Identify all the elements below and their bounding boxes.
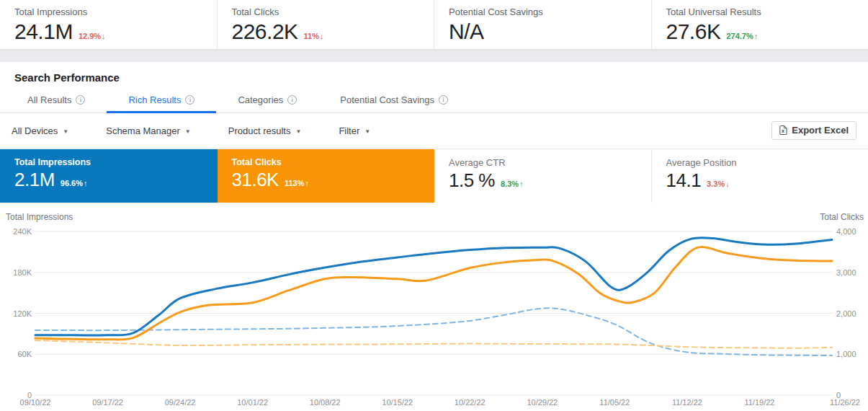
caret-down-icon: ▼: [364, 128, 370, 135]
svg-text:10/15/22: 10/15/22: [382, 398, 413, 407]
kpi-title: Potential Cost Savings: [449, 6, 637, 17]
filter-bar: All Devices▼ Schema Manager▼ Product res…: [0, 113, 868, 149]
down-arrow-icon: ↓: [320, 32, 324, 40]
kpi-card-potential-cost-savings: Potential Cost Savings N/A: [434, 0, 652, 49]
svg-text:11/05/22: 11/05/22: [599, 398, 630, 407]
metric-value: 14.1: [666, 169, 702, 192]
export-excel-button[interactable]: x Export Excel: [771, 121, 856, 140]
svg-text:2,000: 2,000: [836, 309, 856, 318]
svg-text:10/08/22: 10/08/22: [310, 398, 341, 407]
filter-product-results-dropdown[interactable]: Product results▼: [228, 125, 302, 136]
kpi-delta: 274.7%↑: [726, 32, 758, 40]
kpi-value: 24.1M: [14, 19, 73, 44]
tab-label: Rich Results: [128, 94, 181, 105]
svg-text:10/01/22: 10/01/22: [237, 398, 268, 407]
kpi-value: N/A: [449, 19, 484, 44]
kpi-title: Total Clicks: [232, 6, 420, 17]
svg-text:11/12/22: 11/12/22: [672, 398, 702, 407]
kpi-card-total-clicks: Total Clicks 226.2K 11%↓: [218, 0, 435, 49]
up-arrow-icon: ↑: [84, 179, 88, 187]
metric-title: Total Impressions: [14, 157, 202, 167]
svg-text:120K: 120K: [13, 309, 32, 318]
kpi-title: Total Impressions: [14, 6, 202, 17]
svg-text:Total Clicks: Total Clicks: [820, 212, 864, 222]
metric-title: Average Position: [666, 157, 854, 168]
svg-text:3,000: 3,000: [836, 268, 856, 277]
down-arrow-icon: ↓: [102, 32, 106, 40]
metric-delta: 96.6%↑: [61, 179, 88, 187]
page-title: Search Performance: [0, 62, 868, 89]
filter-dropdown[interactable]: Filter▼: [339, 125, 370, 136]
performance-chart: 0060K1,000120K2,000180K3,000240K4,00009/…: [0, 209, 868, 411]
metric-delta: 113%↑: [285, 179, 309, 187]
up-arrow-icon: ↑: [754, 32, 759, 40]
svg-text:11/26/22: 11/26/22: [830, 398, 860, 407]
metric-card-row: Total Impressions 2.1M 96.6%↑ Total Clic…: [0, 149, 868, 203]
tab-all-results[interactable]: All Results i: [6, 89, 107, 112]
tab-label: Categories: [238, 94, 283, 105]
metric-value: 1.5 %: [449, 169, 495, 192]
caret-down-icon: ▼: [185, 128, 191, 135]
down-arrow-icon: ↓: [725, 180, 730, 188]
search-performance-panel: Search Performance All Results i Rich Re…: [0, 62, 868, 411]
kpi-card-total-universal-results: Total Universal Results 27.6K 274.7%↑: [652, 0, 868, 49]
info-icon[interactable]: i: [185, 95, 194, 105]
tab-potential-cost-savings[interactable]: Potential Cost Savings i: [318, 89, 470, 112]
metric-card-average-position[interactable]: Average Position 14.1 3.3%↓: [652, 149, 868, 203]
filter-devices-dropdown[interactable]: All Devices▼: [12, 125, 68, 136]
svg-text:60K: 60K: [17, 350, 32, 358]
kpi-strip: Total Impressions 24.1M 12.9%↓ Total Cli…: [0, 0, 868, 49]
metric-value: 31.6K: [232, 169, 279, 191]
svg-text:Total Impressions: Total Impressions: [6, 212, 73, 222]
svg-text:x: x: [782, 128, 784, 133]
svg-text:10/22/22: 10/22/22: [455, 398, 486, 407]
svg-text:4,000: 4,000: [836, 227, 856, 236]
up-arrow-icon: ↑: [305, 179, 309, 187]
metric-card-total-impressions[interactable]: Total Impressions 2.1M 96.6%↑: [0, 149, 218, 203]
svg-text:09/10/22: 09/10/22: [20, 398, 51, 407]
tab-categories[interactable]: Categories i: [216, 89, 318, 112]
svg-text:09/17/22: 09/17/22: [92, 398, 123, 407]
svg-text:180K: 180K: [13, 268, 32, 277]
metric-delta: 8.3%↑: [501, 180, 524, 188]
tab-bar: All Results i Rich Results i Categories …: [0, 89, 868, 113]
metric-card-total-clicks[interactable]: Total Clicks 31.6K 113%↑: [218, 149, 435, 203]
info-icon[interactable]: i: [439, 95, 448, 105]
caret-down-icon: ▼: [295, 128, 301, 135]
svg-text:11/19/22: 11/19/22: [744, 398, 774, 407]
tab-rich-results[interactable]: Rich Results i: [107, 89, 216, 112]
metric-title: Total Clicks: [232, 157, 420, 167]
tab-label: All Results: [27, 94, 71, 105]
info-icon[interactable]: i: [287, 95, 297, 105]
up-arrow-icon: ↑: [519, 180, 524, 188]
performance-chart-svg[interactable]: 0060K1,000120K2,000180K3,000240K4,00009/…: [0, 209, 868, 411]
metric-delta: 3.3%↓: [707, 180, 730, 188]
kpi-title: Total Universal Results: [666, 6, 854, 17]
info-icon[interactable]: i: [76, 95, 85, 105]
tab-label: Potential Cost Savings: [340, 94, 434, 105]
excel-file-icon: x: [779, 125, 787, 135]
svg-text:10/29/22: 10/29/22: [527, 398, 558, 407]
export-excel-label: Export Excel: [792, 125, 849, 136]
caret-down-icon: ▼: [63, 128, 68, 135]
filter-schema-manager-dropdown[interactable]: Schema Manager▼: [106, 125, 191, 136]
metric-title: Average CTR: [449, 157, 637, 168]
kpi-value: 27.6K: [666, 19, 721, 44]
kpi-card-total-impressions: Total Impressions 24.1M 12.9%↓: [0, 0, 218, 49]
metric-value: 2.1M: [14, 169, 55, 191]
svg-text:1,000: 1,000: [836, 350, 856, 358]
kpi-delta: 12.9%↓: [79, 32, 106, 40]
metric-card-average-ctr[interactable]: Average CTR 1.5 % 8.3%↑: [434, 149, 652, 203]
kpi-delta: 11%↓: [304, 32, 324, 40]
kpi-value: 226.2K: [232, 19, 298, 44]
svg-text:240K: 240K: [13, 227, 32, 236]
svg-text:09/24/22: 09/24/22: [165, 398, 196, 407]
